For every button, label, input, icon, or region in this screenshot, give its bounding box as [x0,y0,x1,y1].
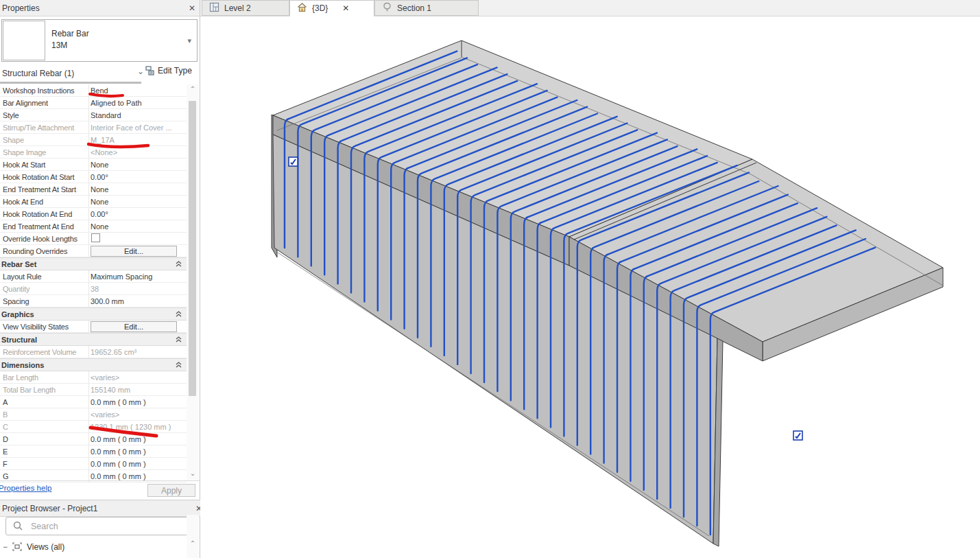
property-row: Bar AlignmentAligned to Path [0,97,187,109]
view-tab-label: {3D} [312,3,328,13]
property-value[interactable]: 0.0 mm ( 0 mm ) [91,460,185,468]
property-value[interactable]: None [91,185,185,194]
property-value[interactable]: Aligned to Path [91,99,185,107]
vertical-scrollbar[interactable]: ⌃ ⌄ [187,84,199,480]
property-value[interactable]: 0.00° [91,173,185,181]
property-row: Total Bar Length155140 mm [0,384,187,396]
collapse-icon [175,336,182,343]
tree-item-views[interactable]: − Views (all) [3,542,64,552]
scroll-up-icon[interactable]: ⌃ [189,86,197,92]
horizontal-scrollbar[interactable] [0,82,141,84]
tree-expander-icon[interactable]: − [3,542,8,552]
property-row: Workshop InstructionsBend [0,84,187,97]
property-row: Shape Image<None> [0,146,187,159]
property-value[interactable]: None [91,198,185,206]
property-value[interactable]: 155140 mm [91,386,185,394]
property-group-header[interactable]: Dimensions [0,358,187,371]
property-value[interactable]: Bend [91,86,185,95]
view-tab-label: Section 1 [397,3,431,13]
view-tab-label: Level 2 [224,3,251,13]
property-label: D [0,435,90,443]
property-value[interactable]: <None> [91,148,185,156]
property-label: Shape [0,136,90,144]
properties-help-link[interactable]: Properties help [0,484,51,492]
property-label: Quantity [0,285,90,293]
property-value[interactable]: 0.0 mm ( 0 mm ) [91,398,185,406]
collapse-icon [175,310,182,318]
property-value[interactable]: 0.0 mm ( 0 mm ) [91,472,185,480]
property-row: Bar Length<varies> [0,371,187,384]
property-row: Rounding OverridesEdit... [0,245,187,257]
property-value[interactable]: None [91,222,185,231]
views-icon [12,542,23,552]
3d-model [200,16,980,558]
vertical-scrollbar[interactable]: ⌃ [187,515,199,558]
edit-button[interactable]: Edit... [91,246,177,257]
property-value[interactable]: Standard [91,111,185,119]
property-row: View Visibility StatesEdit... [0,321,187,333]
property-value[interactable]: 300.0 mm [91,297,185,305]
property-value[interactable]: 0.00° [91,210,185,218]
rebar-set-checkbox-icon[interactable] [793,431,802,440]
type-family: Rebar Bar [51,28,89,40]
property-label: Hook At End [0,198,90,206]
view-tab-section1[interactable]: Section 1 [374,0,479,16]
properties-title: Properties [2,3,40,13]
apply-button[interactable]: Apply [147,484,195,497]
view-tab-bar: Level 2{3D}✕Section 1 [200,0,980,16]
properties-panel-header: Properties ✕ [0,0,200,16]
property-row: End Treatment At StartNone [0,183,187,196]
tree-item-label: Views (all) [27,542,64,552]
property-row: F0.0 mm ( 0 mm ) [0,458,187,470]
search-box[interactable] [5,517,192,535]
property-group-header[interactable]: Rebar Set [0,257,187,270]
property-label: G [0,472,90,480]
type-selector[interactable]: Rebar Bar 13M ▾ [1,19,198,62]
property-row: Reinforcement Volume19652.65 cm³ [0,346,187,358]
rebar-set-checkbox-icon[interactable] [289,157,298,166]
edit-type-label: Edit Type [158,66,192,75]
property-group-header[interactable]: Graphics [0,307,187,321]
property-row: Layout RuleMaximum Spacing [0,270,187,283]
selection-filter[interactable]: Structural Rebar (1) [0,69,74,78]
property-value[interactable]: None [91,161,185,169]
scroll-up-icon[interactable]: ⌃ [189,541,197,546]
property-value[interactable]: 1230.1 mm ( 1230 mm ) [91,423,185,431]
property-value[interactable]: <varies> [91,410,185,419]
close-tab-icon[interactable]: ✕ [342,3,349,13]
property-row: StyleStandard [0,109,187,121]
property-row: B<varies> [0,408,187,421]
property-value[interactable]: 0.0 mm ( 0 mm ) [91,447,185,456]
property-row: A0.0 mm ( 0 mm ) [0,396,187,408]
chevron-down-icon[interactable]: ▾ [187,36,191,45]
search-icon [13,521,23,531]
property-row: ShapeM_17A [0,134,187,146]
view-tab-level2[interactable]: Level 2 [202,0,289,16]
view-tab-3d[interactable]: {3D}✕ [289,0,374,16]
property-row: Spacing300.0 mm [0,295,187,307]
property-group-header[interactable]: Structural [0,333,187,346]
chevron-down-icon[interactable]: ⌄ [137,67,144,76]
3d-viewport[interactable] [200,16,980,558]
property-value[interactable]: 0.0 mm ( 0 mm ) [91,435,185,443]
scroll-down-icon[interactable]: ⌄ [189,471,197,476]
section-marker-icon [382,2,392,14]
property-value[interactable]: <varies> [91,373,185,382]
selection-row: Structural Rebar (1) ⌄ Edit Type [0,66,200,81]
property-value[interactable]: 19652.65 cm³ [91,348,185,356]
close-icon[interactable]: ✕ [189,3,195,13]
property-grid: Workshop InstructionsBendBar AlignmentAl… [0,84,187,480]
search-input[interactable] [29,521,169,532]
edit-button[interactable]: Edit... [91,321,177,332]
property-value[interactable]: Interior Face of Cover ... [91,124,185,132]
property-label: F [0,460,90,468]
property-checkbox[interactable] [91,233,100,242]
property-row: C1230.1 mm ( 1230 mm ) [0,421,187,433]
property-value[interactable]: Maximum Spacing [91,272,185,281]
edit-type-button[interactable]: Edit Type [145,66,192,75]
property-value[interactable]: 38 [91,285,185,293]
scrollbar-thumb[interactable] [189,101,196,396]
property-value[interactable]: M_17A [91,136,185,144]
property-label: Hook Rotation At Start [0,173,90,181]
properties-panel: Properties ✕ Rebar Bar 13M ▾ Structural … [0,0,200,558]
